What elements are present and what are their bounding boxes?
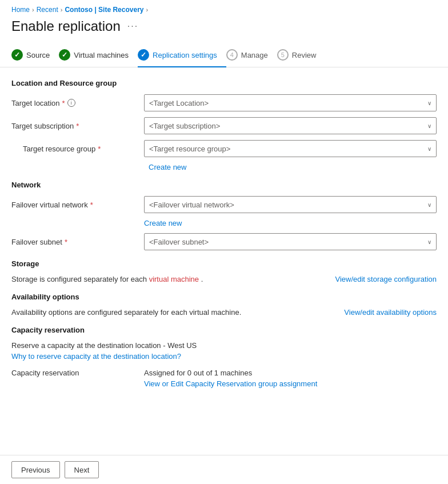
step-rep-label: Replication settings [153, 51, 217, 59]
wizard-steps: Source Virtual machines Replication sett… [0, 43, 448, 67]
step-source-label: Source [26, 51, 50, 59]
step-review-circle-icon: 5 [277, 49, 289, 61]
storage-section-title: Storage [11, 259, 437, 268]
storage-note-highlight: virtual machine [149, 275, 199, 283]
step-source-check-icon [11, 49, 23, 61]
breadcrumb-home[interactable]: Home [11, 6, 30, 14]
step-vm-check-icon [59, 49, 70, 61]
failover-subnet-label: Failover subnet * [11, 238, 137, 246]
breadcrumb-sep-3: › [146, 6, 148, 13]
step-manage-label: Manage [241, 51, 268, 59]
capacity-why-link[interactable]: Why to reserve capacity at the destinati… [11, 352, 181, 361]
breadcrumb: Home › Recent › Contoso | Site Recovery … [0, 0, 448, 16]
target-subscription-dropdown[interactable]: <Target subscription> ∨ [144, 117, 437, 134]
step-review[interactable]: 5 Review [277, 43, 326, 67]
target-location-info-icon[interactable]: i [67, 99, 75, 107]
target-location-required: * [62, 99, 65, 107]
target-location-placeholder: <Target Location> [149, 99, 209, 107]
target-resource-group-dropdown[interactable]: <Target resource group> ∨ [144, 140, 437, 157]
target-location-dropdown[interactable]: <Target Location> ∨ [144, 94, 437, 111]
failover-vnet-row: Failover virtual network * <Failover vir… [11, 196, 437, 213]
failover-vnet-chevron-icon: ∨ [427, 202, 431, 208]
capacity-section-title: Capacity reservation [11, 326, 437, 334]
storage-note-text: Storage is configured separately for eac… [11, 275, 328, 283]
breadcrumb-sep-1: › [32, 6, 34, 13]
failover-vnet-label: Failover virtual network * [11, 201, 137, 209]
failover-subnet-chevron-icon: ∨ [427, 239, 431, 245]
step-rep-check-icon [138, 49, 149, 61]
step-replication-settings[interactable]: Replication settings [138, 43, 226, 67]
step-vm-label: Virtual machines [74, 51, 129, 59]
step-manage-circle-icon: 4 [226, 49, 238, 61]
storage-note-row: Storage is configured separately for eac… [11, 275, 437, 283]
footer: Previous Next [0, 455, 448, 484]
failover-vnet-placeholder: <Failover virtual network> [149, 201, 234, 209]
step-virtual-machines[interactable]: Virtual machines [59, 43, 138, 67]
failover-vnet-required: * [90, 201, 93, 209]
target-subscription-label: Target subscription * [11, 122, 137, 130]
target-subscription-required: * [76, 122, 79, 130]
target-resource-group-label: Target resource group * [23, 145, 137, 153]
target-location-label: Target location * i [11, 99, 137, 107]
target-subscription-placeholder: <Target subscription> [149, 122, 220, 130]
breadcrumb-recent[interactable]: Recent [37, 6, 58, 14]
failover-subnet-dropdown[interactable]: <Failover subnet> ∨ [144, 233, 437, 250]
create-new-resource-group-link[interactable]: Create new [149, 163, 437, 171]
previous-button[interactable]: Previous [11, 461, 60, 478]
page-title: Enable replication [11, 18, 121, 34]
capacity-assigned-text: Assigned for 0 out of 1 machines [144, 369, 437, 377]
breadcrumb-sep-2: › [61, 6, 63, 13]
capacity-edit-link[interactable]: View or Edit Capacity Reservation group … [144, 379, 437, 388]
target-resource-group-required: * [98, 145, 101, 153]
target-location-chevron-icon: ∨ [427, 100, 431, 106]
capacity-desc: Reserve a capacity at the destination lo… [11, 341, 437, 350]
capacity-label: Capacity reservation [11, 369, 137, 377]
target-resource-group-chevron-icon: ∨ [427, 146, 431, 152]
view-availability-link[interactable]: View/edit availability options [344, 308, 437, 317]
ellipsis-button[interactable]: ··· [125, 20, 141, 33]
step-source[interactable]: Source [11, 43, 59, 67]
location-section-title: Location and Resource group [11, 79, 437, 87]
target-resource-group-row: Target resource group * <Target resource… [23, 140, 437, 157]
target-subscription-chevron-icon: ∨ [427, 123, 431, 129]
step-manage[interactable]: 4 Manage [226, 43, 277, 67]
availability-note-text: Availability options are configured sepa… [11, 308, 337, 317]
failover-vnet-dropdown[interactable]: <Failover virtual network> ∨ [144, 196, 437, 213]
availability-section-title: Availability options [11, 293, 437, 301]
storage-note-part1: Storage is configured separately for eac… [11, 275, 147, 283]
create-new-vnet-link[interactable]: Create new [144, 219, 437, 227]
failover-subnet-required: * [65, 238, 67, 246]
capacity-row: Capacity reservation Assigned for 0 out … [11, 369, 437, 388]
availability-note-row: Availability options are configured sepa… [11, 308, 437, 317]
failover-subnet-placeholder: <Failover subnet> [149, 238, 209, 246]
storage-note-part2: . [201, 275, 203, 283]
main-content: Location and Resource group Target locat… [0, 67, 448, 399]
network-section-title: Network [11, 181, 437, 189]
page-title-row: Enable replication ··· [0, 16, 448, 43]
step-review-label: Review [292, 51, 317, 59]
breadcrumb-contoso[interactable]: Contoso | Site Recovery [65, 6, 143, 14]
capacity-value: Assigned for 0 out of 1 machines View or… [144, 369, 437, 388]
view-storage-link[interactable]: View/edit storage configuration [335, 275, 437, 283]
target-location-row: Target location * i <Target Location> ∨ [11, 94, 437, 111]
next-button[interactable]: Next [65, 461, 99, 478]
target-resource-group-placeholder: <Target resource group> [149, 145, 230, 153]
failover-subnet-row: Failover subnet * <Failover subnet> ∨ [11, 233, 437, 250]
target-subscription-row: Target subscription * <Target subscripti… [11, 117, 437, 134]
